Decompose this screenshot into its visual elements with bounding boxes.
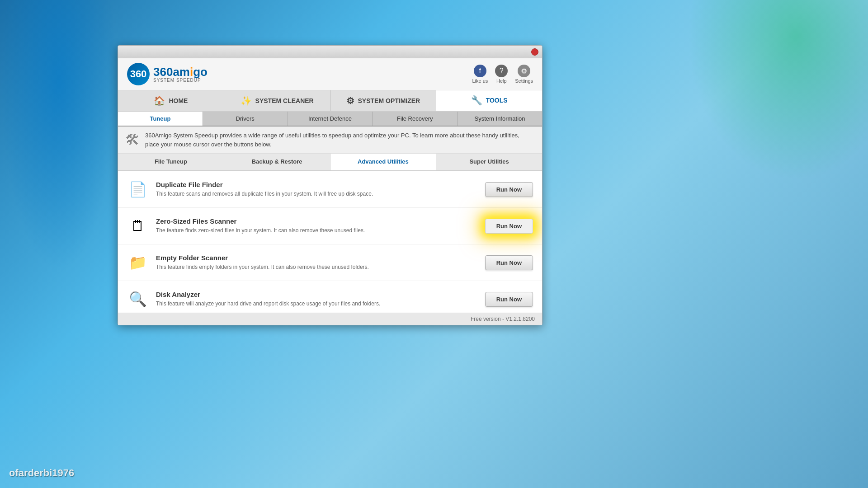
help-label: Help	[496, 78, 507, 84]
close-button[interactable]	[531, 48, 538, 56]
empty-folder-scanner-info: Empty Folder Scanner This feature finds …	[156, 254, 478, 271]
sub-nav-internet-defence-label: Internet Defence	[308, 115, 352, 122]
tab-advanced-utilities-label: Advanced Utilities	[358, 158, 409, 165]
system-optimizer-icon: ⚙	[346, 95, 354, 106]
facebook-label: Like us	[472, 78, 488, 84]
description-icon: 🛠	[125, 131, 140, 148]
sub-nav-internet-defence[interactable]: Internet Defence	[288, 112, 373, 126]
run-now-button-disk-analyzer[interactable]: Run Now	[485, 292, 533, 307]
content-area: 📄 Duplicate File Finder This feature sca…	[118, 171, 542, 313]
utility-item-duplicate-file-finder: 📄 Duplicate File Finder This feature sca…	[118, 171, 542, 208]
tab-advanced-utilities[interactable]: Advanced Utilities	[330, 154, 437, 170]
zero-sized-files-scanner-icon: 🗒	[127, 215, 149, 237]
sub-nav: Tuneup Drivers Internet Defence File Rec…	[118, 112, 542, 127]
tab-file-tuneup[interactable]: File Tuneup	[118, 154, 224, 170]
facebook-icon: f	[474, 65, 486, 77]
sub-nav-drivers[interactable]: Drivers	[203, 112, 288, 126]
duplicate-file-finder-desc: This feature scans and removes all dupli…	[156, 190, 478, 198]
nav-system-cleaner[interactable]: ✨ SYSTEM CLEANER	[224, 90, 330, 111]
app-footer: Free version - V1.2.1.8200	[118, 313, 542, 325]
app-header: 360 360amigo SYSTEM SPEEDUP f Like us ? …	[118, 58, 542, 90]
disk-analyzer-info: Disk Analyzer This feature will analyze …	[156, 291, 478, 308]
bg-decoration-right	[687, 0, 868, 181]
zero-sized-files-scanner-info: Zero-Sized Files Scanner The feature fin…	[156, 217, 478, 235]
sub-nav-file-recovery[interactable]: File Recovery	[373, 112, 458, 126]
run-now-button-duplicate-file-finder[interactable]: Run Now	[485, 182, 533, 197]
watermark-text: ofarderbi1976	[9, 467, 74, 479]
disk-analyzer-title: Disk Analyzer	[156, 291, 478, 298]
logo-text: 360amigo SYSTEM SPEEDUP	[153, 66, 208, 83]
tools-icon: 🔧	[471, 95, 482, 106]
zero-sized-files-scanner-title: Zero-Sized Files Scanner	[156, 217, 478, 225]
sub-nav-drivers-label: Drivers	[236, 115, 255, 122]
duplicate-file-finder-info: Duplicate File Finder This feature scans…	[156, 181, 478, 198]
disk-analyzer-desc: This feature will analyze your hard driv…	[156, 300, 478, 308]
duplicate-file-finder-title: Duplicate File Finder	[156, 181, 478, 188]
sub-nav-tuneup[interactable]: Tuneup	[118, 112, 203, 126]
logo-brand: 360amigo	[153, 66, 208, 78]
description-text: 360Amigo System Speedup provides a wide …	[145, 131, 535, 149]
nav-home-label: HOME	[169, 97, 188, 104]
help-link[interactable]: ? Help	[495, 65, 508, 84]
empty-folder-scanner-desc: This feature finds empty folders in your…	[156, 263, 478, 271]
tab-file-tuneup-label: File Tuneup	[155, 158, 187, 165]
empty-folder-scanner-icon: 📁	[127, 252, 149, 273]
run-now-button-empty-folder-scanner[interactable]: Run Now	[485, 255, 533, 270]
title-bar	[118, 46, 542, 58]
header-actions: f Like us ? Help ⚙ Settings	[472, 65, 533, 84]
help-icon: ?	[495, 65, 508, 77]
settings-label: Settings	[515, 78, 533, 84]
description-bar: 🛠 360Amigo System Speedup provides a wid…	[118, 127, 542, 154]
bg-decoration-left	[0, 0, 118, 271]
system-cleaner-icon: ✨	[241, 95, 252, 106]
duplicate-file-finder-icon: 📄	[127, 178, 149, 200]
app-window: 360 360amigo SYSTEM SPEEDUP f Like us ? …	[118, 45, 542, 325]
nav-tools-label: TOOLS	[486, 97, 508, 104]
sub-nav-tuneup-label: Tuneup	[150, 115, 170, 122]
main-nav: 🏠 HOME ✨ SYSTEM CLEANER ⚙ SYSTEM OPTIMIZ…	[118, 90, 542, 112]
nav-system-optimizer[interactable]: ⚙ SYSTEM OPTIMIZER	[330, 90, 437, 111]
nav-home[interactable]: 🏠 HOME	[118, 90, 224, 111]
utility-item-disk-analyzer: 🔍 Disk Analyzer This feature will analyz…	[118, 281, 542, 313]
utility-item-empty-folder-scanner: 📁 Empty Folder Scanner This feature find…	[118, 244, 542, 281]
logo-subtitle: SYSTEM SPEEDUP	[153, 78, 208, 83]
version-text: Free version - V1.2.1.8200	[471, 316, 535, 322]
settings-icon: ⚙	[518, 65, 530, 77]
tab-backup-restore-label: Backup & Restore	[252, 158, 302, 165]
logo-icon: 360	[127, 63, 150, 85]
nav-system-cleaner-label: SYSTEM CLEANER	[255, 97, 314, 104]
empty-folder-scanner-title: Empty Folder Scanner	[156, 254, 478, 262]
nav-tools[interactable]: 🔧 TOOLS	[436, 90, 542, 111]
disk-analyzer-icon: 🔍	[127, 288, 149, 310]
tab-backup-restore[interactable]: Backup & Restore	[224, 154, 330, 170]
zero-sized-files-scanner-desc: The feature finds zero-sized files in yo…	[156, 227, 478, 235]
nav-system-optimizer-label: SYSTEM OPTIMIZER	[358, 97, 420, 104]
logo-area: 360 360amigo SYSTEM SPEEDUP	[127, 63, 208, 85]
utility-tabs: File Tuneup Backup & Restore Advanced Ut…	[118, 154, 542, 171]
facebook-link[interactable]: f Like us	[472, 65, 488, 84]
sub-nav-system-information-label: System Information	[475, 115, 525, 122]
utility-item-zero-sized-files-scanner: 🗒 Zero-Sized Files Scanner The feature f…	[118, 208, 542, 244]
sub-nav-system-information[interactable]: System Information	[458, 112, 542, 126]
sub-nav-file-recovery-label: File Recovery	[397, 115, 433, 122]
settings-link[interactable]: ⚙ Settings	[515, 65, 533, 84]
home-icon: 🏠	[154, 95, 165, 106]
tab-super-utilities[interactable]: Super Utilities	[436, 154, 542, 170]
tab-super-utilities-label: Super Utilities	[469, 158, 509, 165]
run-now-button-zero-sized-files-scanner[interactable]: Run Now	[485, 219, 533, 234]
